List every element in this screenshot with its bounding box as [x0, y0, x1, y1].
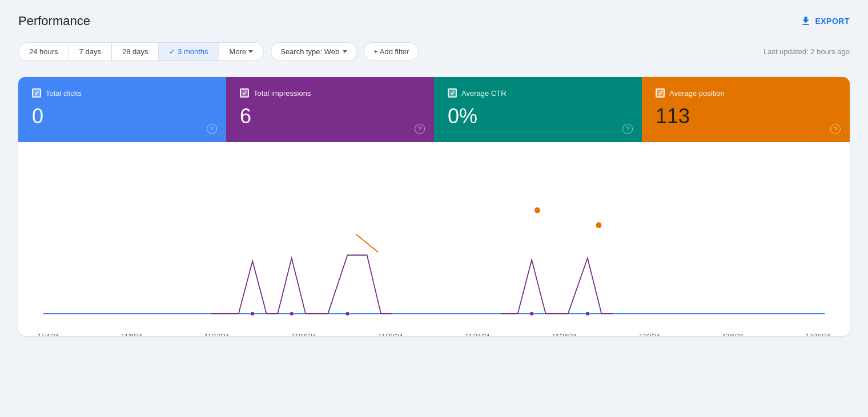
- metric-total-impressions[interactable]: Total impressions 6 ?: [226, 77, 434, 142]
- export-button[interactable]: EXPORT: [800, 15, 850, 27]
- metric-header-clicks: Total clicks: [32, 88, 212, 98]
- metric-average-ctr[interactable]: Average CTR 0% ?: [434, 77, 642, 142]
- svg-point-6: [346, 312, 349, 315]
- x-label-0: 11/4/24: [38, 333, 59, 336]
- metric-label-impressions: Total impressions: [254, 89, 311, 98]
- help-icon-position[interactable]: ?: [830, 124, 841, 134]
- metric-header-impressions: Total impressions: [240, 88, 420, 98]
- chevron-down-icon: [248, 50, 253, 53]
- page-title: Performance: [18, 14, 90, 29]
- metric-label-position: Average position: [669, 89, 725, 98]
- search-type-label: Search type: Web: [280, 47, 339, 56]
- time-filter-group: 24 hours 7 days 28 days ✓ 3 months More: [18, 42, 264, 61]
- svg-point-1: [535, 207, 540, 213]
- metric-average-position[interactable]: Average position 113 ?: [642, 77, 850, 142]
- chart-area: 11/4/24 11/8/24 11/12/24 11/16/24 11/20/…: [18, 142, 850, 336]
- x-label-8: 12/6/24: [722, 333, 744, 336]
- page-header: Performance EXPORT: [18, 14, 850, 29]
- main-card: Total clicks 0 ? Total impressions 6 ? A…: [18, 77, 850, 336]
- svg-point-5: [290, 312, 294, 315]
- x-label-7: 12/2/24: [639, 333, 660, 336]
- toolbar: 24 hours 7 days 28 days ✓ 3 months More …: [18, 42, 850, 61]
- metric-label-ctr: Average CTR: [461, 89, 507, 98]
- checkmark-icon: ✓: [169, 47, 178, 56]
- add-filter-button[interactable]: + Add filter: [364, 42, 419, 61]
- x-label-6: 11/28/24: [552, 333, 577, 336]
- filter-more[interactable]: More: [219, 43, 264, 60]
- export-icon: [800, 15, 811, 27]
- x-label-4: 11/20/24: [378, 333, 403, 336]
- metric-header-ctr: Average CTR: [448, 88, 628, 98]
- help-icon-clicks[interactable]: ?: [207, 124, 217, 134]
- svg-point-8: [586, 312, 589, 315]
- chevron-down-icon: [343, 50, 347, 53]
- last-updated-label: Last updated: 2 hours ago: [763, 47, 850, 56]
- x-label-2: 11/12/24: [204, 333, 229, 336]
- help-icon-ctr[interactable]: ?: [622, 124, 633, 134]
- search-type-filter[interactable]: Search type: Web: [271, 42, 357, 61]
- filter-28days[interactable]: 28 days: [112, 43, 159, 60]
- svg-point-2: [596, 222, 602, 228]
- x-label-1: 11/8/24: [121, 333, 142, 336]
- filter-7days[interactable]: 7 days: [69, 43, 112, 60]
- x-label-5: 11/24/24: [465, 333, 490, 336]
- metric-value-clicks: 0: [32, 104, 212, 128]
- help-icon-impressions[interactable]: ?: [415, 124, 425, 134]
- metric-value-impressions: 6: [240, 104, 420, 128]
- metric-checkbox-ctr[interactable]: [448, 88, 457, 98]
- export-label: EXPORT: [815, 17, 850, 26]
- filter-3months[interactable]: ✓ 3 months: [159, 43, 219, 60]
- filter-24hours[interactable]: 24 hours: [19, 43, 69, 60]
- performance-chart: [32, 153, 836, 327]
- metrics-row: Total clicks 0 ? Total impressions 6 ? A…: [18, 77, 850, 142]
- x-axis-labels: 11/4/24 11/8/24 11/12/24 11/16/24 11/20/…: [32, 329, 836, 336]
- metric-total-clicks[interactable]: Total clicks 0 ?: [18, 77, 226, 142]
- svg-point-7: [530, 312, 533, 315]
- metric-checkbox-clicks[interactable]: [32, 88, 41, 98]
- metric-value-position: 113: [656, 104, 836, 128]
- metric-checkbox-impressions[interactable]: [240, 88, 249, 98]
- metric-header-position: Average position: [656, 88, 836, 98]
- metric-label-clicks: Total clicks: [46, 89, 82, 98]
- x-label-9: 12/10/24: [806, 333, 830, 336]
- svg-line-3: [356, 234, 378, 252]
- metric-checkbox-position[interactable]: [656, 88, 665, 98]
- svg-point-4: [251, 312, 254, 315]
- x-label-3: 11/16/24: [291, 333, 316, 336]
- metric-value-ctr: 0%: [448, 104, 628, 128]
